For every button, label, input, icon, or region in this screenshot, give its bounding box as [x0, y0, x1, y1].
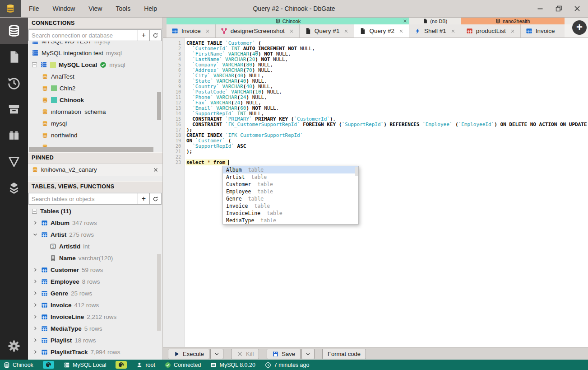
- autocomplete-item[interactable]: Employeetable: [223, 188, 358, 195]
- collapse-toggle[interactable]: [32, 208, 37, 214]
- table-item[interactable]: InvoiceLine2,212 rows: [28, 311, 162, 323]
- autocomplete-item[interactable]: Albumtable: [223, 166, 358, 173]
- tab-group-header[interactable]: (no DB): [409, 18, 461, 24]
- refresh-tables-button[interactable]: [150, 193, 162, 205]
- sidebar-item-filters[interactable]: [0, 149, 28, 175]
- tables-search-input[interactable]: [28, 193, 138, 205]
- theme-chip[interactable]: [116, 361, 127, 369]
- group-label: Tables (11): [40, 208, 71, 215]
- tables-group-row[interactable]: Tables (11): [28, 205, 162, 217]
- table-item[interactable]: PlaylistTrack7,994 rows: [28, 346, 162, 358]
- autocomplete-item[interactable]: Customertable: [223, 181, 358, 188]
- autocomplete-item[interactable]: InvoiceLinetable: [223, 210, 358, 217]
- menu-help[interactable]: Help: [144, 5, 157, 12]
- tab-query-2[interactable]: Query #2: [354, 24, 409, 37]
- sidebar-item-settings[interactable]: [0, 335, 28, 357]
- fork-icon: [221, 28, 227, 34]
- tab-invoice[interactable]: Invoice: [167, 24, 216, 37]
- sidebar-item-plugins[interactable]: [0, 122, 28, 149]
- pinned-database[interactable]: knihovna_v2_canary: [28, 164, 162, 176]
- database-item[interactable]: Chinook: [28, 94, 162, 106]
- tab-productlist[interactable]: productList: [461, 24, 521, 37]
- menu-tools[interactable]: Tools: [116, 5, 130, 12]
- menu-window[interactable]: Window: [53, 5, 75, 12]
- execute-button[interactable]: Execute: [168, 349, 209, 359]
- column-item[interactable]: Namevarchar(120): [28, 252, 162, 264]
- table-item[interactable]: Invoice412 rows: [28, 299, 162, 311]
- table-icon: [41, 267, 48, 273]
- expand-chevron-icon[interactable]: [32, 302, 38, 309]
- group-close-button[interactable]: [402, 18, 408, 24]
- sidebar-item-history[interactable]: [0, 70, 28, 96]
- autocomplete-item[interactable]: Invoicetable: [223, 202, 358, 210]
- table-item[interactable]: Playlist18 rows: [28, 334, 162, 346]
- table-item[interactable]: Genre25 rows: [28, 287, 162, 299]
- menu-file[interactable]: File: [29, 5, 39, 12]
- table-item[interactable]: Artist275 rows: [28, 229, 162, 240]
- format-code-button[interactable]: Format code: [322, 349, 366, 359]
- tab-close-button[interactable]: [343, 28, 349, 34]
- connections-search-input[interactable]: [28, 29, 138, 41]
- sidebar-item-databases[interactable]: [0, 18, 28, 44]
- menu-view[interactable]: View: [88, 5, 102, 12]
- refresh-connections-button[interactable]: [150, 29, 162, 41]
- tab-close-button[interactable]: [510, 28, 515, 34]
- tab-close-button[interactable]: [289, 28, 294, 34]
- unpin-button[interactable]: [153, 167, 159, 173]
- table-item[interactable]: Album347 rows: [28, 217, 162, 229]
- table-item[interactable]: Customer59 rows: [28, 264, 162, 276]
- autocomplete-item[interactable]: Artisttable: [223, 173, 358, 181]
- tab-close-button[interactable]: [450, 28, 456, 34]
- connection-item[interactable]: MySQL Localmysql: [28, 59, 162, 70]
- expand-chevron-icon[interactable]: [32, 231, 38, 238]
- collapse-toggle[interactable]: [32, 62, 37, 68]
- expand-chevron-icon[interactable]: [32, 278, 38, 285]
- execute-dropdown-button[interactable]: [210, 349, 223, 359]
- connection-item[interactable]: MySQL integration testmysql: [28, 47, 162, 59]
- database-item[interactable]: mysql: [28, 117, 162, 129]
- theme-chip[interactable]: [43, 361, 54, 369]
- database-item[interactable]: information_schema: [28, 106, 162, 117]
- expand-chevron-icon[interactable]: [32, 220, 38, 226]
- add-connection-button[interactable]: +: [138, 29, 150, 41]
- close-button[interactable]: [573, 5, 581, 13]
- expand-chevron-icon[interactable]: [32, 290, 38, 297]
- tab-close-button[interactable]: [205, 28, 210, 34]
- database-item[interactable]: AnalTest: [28, 70, 162, 82]
- restore-button[interactable]: [555, 5, 562, 13]
- table-item[interactable]: MediaType5 rows: [28, 323, 162, 334]
- new-tab-button[interactable]: +: [572, 20, 587, 35]
- vertical-scrollbar[interactable]: [157, 254, 161, 331]
- table-item[interactable]: Employee8 rows: [28, 276, 162, 287]
- minimize-button[interactable]: [536, 5, 544, 13]
- expand-chevron-icon[interactable]: [32, 325, 38, 332]
- connection-item[interactable]: MYSQL WD TESTmysql: [28, 42, 162, 47]
- autocomplete-item[interactable]: MediaTypetable: [223, 217, 358, 224]
- database-item[interactable]: northwind: [28, 129, 162, 141]
- expand-chevron-icon[interactable]: [32, 349, 38, 356]
- sidebar-item-archive[interactable]: [0, 96, 28, 122]
- horizontal-scrollbar[interactable]: [29, 147, 153, 152]
- save-dropdown-button[interactable]: [301, 349, 315, 359]
- save-button[interactable]: Save: [267, 349, 301, 359]
- kill-button[interactable]: Kill: [231, 349, 259, 359]
- sql-editor[interactable]: 1CREATE TABLE `Customer` (2 `CustomerId`…: [163, 38, 588, 347]
- tab-close-button[interactable]: [398, 28, 404, 34]
- autocomplete-item[interactable]: Genretable: [223, 195, 358, 202]
- tab-query-1[interactable]: Query #1: [300, 24, 355, 37]
- sidebar-item-files[interactable]: [0, 44, 28, 70]
- tab-shell-1[interactable]: Shell #1: [409, 24, 461, 37]
- expand-chevron-icon[interactable]: [32, 314, 38, 320]
- column-item[interactable]: 1ArtistIdint: [28, 240, 162, 252]
- expand-chevron-icon[interactable]: [32, 267, 38, 273]
- tab-designerscreenshot[interactable]: designerScreenshot: [216, 24, 300, 37]
- tab-group-header[interactable]: nano2health: [461, 18, 565, 24]
- vertical-scrollbar[interactable]: [157, 92, 161, 120]
- tab-group-header[interactable]: Chinook: [167, 18, 409, 24]
- add-table-button[interactable]: +: [138, 193, 150, 205]
- sidebar-item-layers[interactable]: [0, 175, 28, 201]
- tab-invoice[interactable]: Invoice: [521, 24, 565, 37]
- database-item[interactable]: Chin2: [28, 82, 162, 94]
- autocomplete-scrollbar[interactable]: [355, 167, 358, 176]
- expand-chevron-icon[interactable]: [32, 337, 38, 344]
